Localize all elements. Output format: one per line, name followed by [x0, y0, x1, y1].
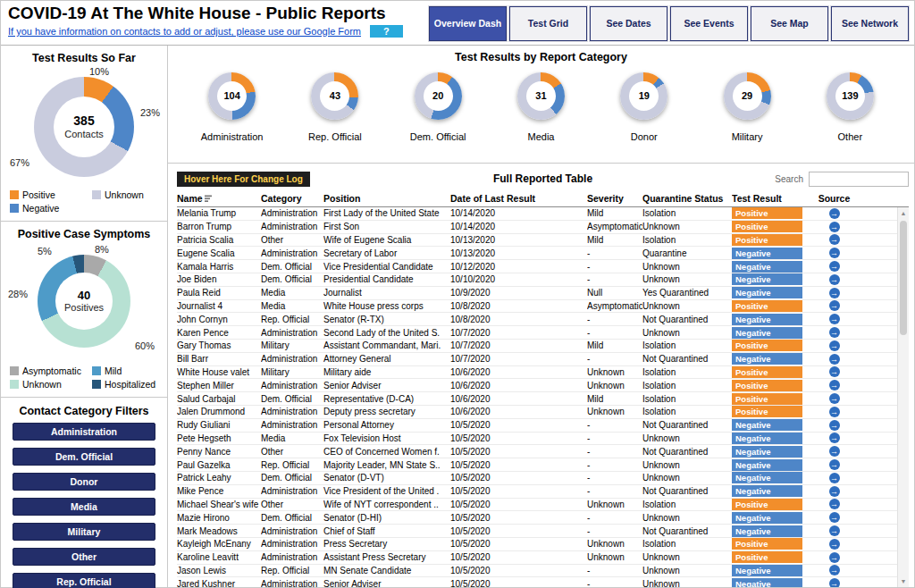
filter-button-donor[interactable]: Donor — [13, 473, 155, 491]
source-link-icon[interactable]: → — [829, 565, 840, 575]
source-link-icon[interactable]: → — [829, 300, 840, 311]
source-link-icon[interactable]: → — [829, 486, 840, 497]
source-link-icon[interactable]: → — [829, 473, 840, 483]
table-row[interactable]: Bill BarrAdministrationAttorney General1… — [177, 353, 909, 366]
column-header-date-of-last-result[interactable]: Date of Last Result — [450, 193, 587, 204]
table-row[interactable]: White House valetMilitaryMilitary aide10… — [177, 366, 909, 380]
column-header-test-result[interactable]: Test Result — [732, 193, 807, 204]
source-link-icon[interactable]: → — [829, 366, 840, 377]
category-donut[interactable]: 31 — [517, 72, 565, 120]
test-results-donut[interactable]: 385 Contacts — [34, 77, 134, 177]
table-row[interactable]: Mazie HironoDem. OfficialSenator (D-HI)1… — [177, 511, 909, 525]
cell-category: Administration — [261, 486, 323, 496]
category-donut[interactable]: 104 — [208, 72, 256, 120]
source-link-icon[interactable]: → — [829, 459, 840, 470]
filter-button-other[interactable]: Other — [13, 548, 155, 566]
column-header-name[interactable]: Name — [177, 193, 261, 204]
column-header-category[interactable]: Category — [261, 193, 323, 204]
source-link-icon[interactable]: → — [829, 234, 840, 245]
column-header-quarantine-status[interactable]: Quarantine Status — [642, 193, 732, 204]
source-link-icon[interactable]: → — [829, 327, 840, 338]
filter-button-media[interactable]: Media — [13, 498, 155, 516]
table-row[interactable]: Joe BidenDem. OfficialPresidential Candi… — [177, 273, 909, 287]
source-link-icon[interactable]: → — [829, 499, 840, 509]
source-link-icon[interactable]: → — [829, 525, 840, 536]
scroll-down-icon[interactable]: ▼ — [898, 575, 909, 587]
source-link-icon[interactable]: → — [829, 539, 840, 550]
table-row[interactable]: Eugene ScaliaAdministrationSecretary of … — [177, 247, 909, 260]
source-link-icon[interactable]: → — [829, 512, 840, 523]
source-link-icon[interactable]: → — [829, 380, 840, 391]
category-donut[interactable]: 20 — [415, 72, 462, 120]
source-link-icon[interactable]: → — [829, 407, 840, 417]
table-row[interactable]: Patricia ScaliaOtherWife of Eugene Scali… — [177, 234, 909, 248]
source-link-icon[interactable]: → — [829, 433, 840, 443]
filter-button-rep-official[interactable]: Rep. Official — [13, 573, 155, 588]
table-row[interactable]: Karen PenceAdministrationSecond Lady of … — [177, 326, 909, 340]
source-link-icon[interactable]: → — [829, 354, 840, 365]
source-link-icon[interactable]: → — [829, 552, 840, 563]
search-input[interactable] — [809, 172, 909, 187]
table-row[interactable]: Salud CarbajalDem. OfficialRepresentativ… — [177, 392, 909, 406]
nav-button-overview-dash[interactable]: Overview Dash — [429, 6, 507, 41]
category-donut[interactable]: 139 — [827, 72, 874, 120]
source-link-icon[interactable]: → — [829, 222, 840, 232]
table-row[interactable]: Barron TrumpAdministrationFirst Son10/14… — [177, 221, 909, 234]
table-row[interactable]: Patrick LeahyDem. OfficialSenator (D-VT)… — [177, 472, 909, 485]
source-link-icon[interactable]: → — [829, 208, 840, 219]
sort-icon[interactable] — [205, 195, 213, 203]
category-donut[interactable]: 43 — [311, 72, 358, 120]
vertical-scrollbar[interactable]: ▲ ▼ — [897, 207, 909, 587]
column-header-source[interactable]: Source — [807, 193, 866, 204]
nav-button-see-network[interactable]: See Network — [831, 6, 909, 41]
source-link-icon[interactable]: → — [829, 393, 840, 404]
nav-button-see-dates[interactable]: See Dates — [590, 6, 667, 41]
table-row[interactable]: Karoline LeavittAdministrationAssistant … — [177, 551, 909, 565]
source-link-icon[interactable]: → — [829, 288, 840, 298]
table-row[interactable]: Journalist 4MediaWhite House press corps… — [177, 300, 909, 314]
source-link-icon[interactable]: → — [829, 578, 840, 587]
table-row[interactable]: Paul GazelkaRep. OfficialMajority Leader… — [177, 458, 909, 472]
nav-button-test-grid[interactable]: Test Grid — [509, 6, 587, 41]
source-link-icon[interactable]: → — [829, 446, 840, 457]
filter-button-dem-official[interactable]: Dem. Official — [13, 448, 155, 466]
table-row[interactable]: Rudy GiulianiAdministrationPersonal Atto… — [177, 419, 909, 433]
table-row[interactable]: Stephen MillerAdministrationSenior Advis… — [177, 379, 909, 392]
symptoms-donut[interactable]: 40 Positives — [38, 255, 130, 348]
table-row[interactable]: Kamala HarrisDem. OfficialVice President… — [177, 260, 909, 273]
filter-button-military[interactable]: Military — [13, 523, 155, 541]
source-link-icon[interactable]: → — [829, 420, 840, 431]
changelog-button[interactable]: Hover Here For Change Log — [177, 172, 310, 187]
source-link-icon[interactable]: → — [829, 274, 840, 285]
category-donut[interactable]: 29 — [724, 72, 771, 120]
nav-button-see-events[interactable]: See Events — [670, 6, 748, 41]
table-row[interactable]: Jason LewisRep. OfficialMN Senate Candid… — [177, 565, 909, 578]
table-row[interactable]: Michael Shear's wifeOtherWife of NYT cor… — [177, 499, 909, 512]
table-row[interactable]: Melania TrumpAdministrationFirst Lady of… — [177, 207, 909, 221]
table-row[interactable]: Gary ThomasMilitaryAssistant Commandant,… — [177, 340, 909, 353]
category-donut[interactable]: 19 — [620, 72, 667, 120]
table-row[interactable]: Pete HegsethMediaFox Television Host10/5… — [177, 433, 909, 446]
filter-button-administration[interactable]: Administration — [13, 423, 155, 441]
table-row[interactable]: Mark MeadowsAdministrationChief of Staff… — [177, 525, 909, 538]
table-row[interactable]: Paula ReidMediaJournalist10/9/2020NullYe… — [177, 287, 909, 300]
source-link-icon[interactable]: → — [829, 248, 840, 258]
table-row[interactable]: Kayleigh McEnanyAdministrationPress Secr… — [177, 538, 909, 551]
pct-label-positive: 10% — [89, 66, 109, 77]
nav-button-see-map[interactable]: See Map — [751, 6, 828, 41]
source-link-icon[interactable]: → — [829, 314, 840, 324]
source-link-icon[interactable]: → — [829, 261, 840, 272]
help-button[interactable]: ? — [370, 25, 403, 38]
table-row[interactable]: Penny NanceOtherCEO of Concerned Women f… — [177, 445, 909, 458]
column-header-position[interactable]: Position — [323, 193, 450, 204]
column-header-severity[interactable]: Severity — [587, 193, 642, 204]
scroll-up-icon[interactable]: ▲ — [898, 207, 909, 219]
source-link-icon[interactable]: → — [829, 340, 840, 351]
table-row[interactable]: John CornynRep. OfficialSenator (R-TX)10… — [177, 313, 909, 326]
scrollbar-thumb[interactable] — [900, 221, 907, 335]
table-row[interactable]: Mike PenceAdministrationVice President o… — [177, 485, 909, 499]
table-row[interactable]: Jared KushnerAdministrationSenior Advise… — [177, 577, 909, 587]
table-row[interactable]: Jalen DrummondAdministrationDeputy press… — [177, 406, 909, 419]
google-form-link[interactable]: If you have information on contacts to a… — [8, 26, 361, 37]
header-subtitle-row: If you have information on contacts to a… — [8, 25, 403, 38]
